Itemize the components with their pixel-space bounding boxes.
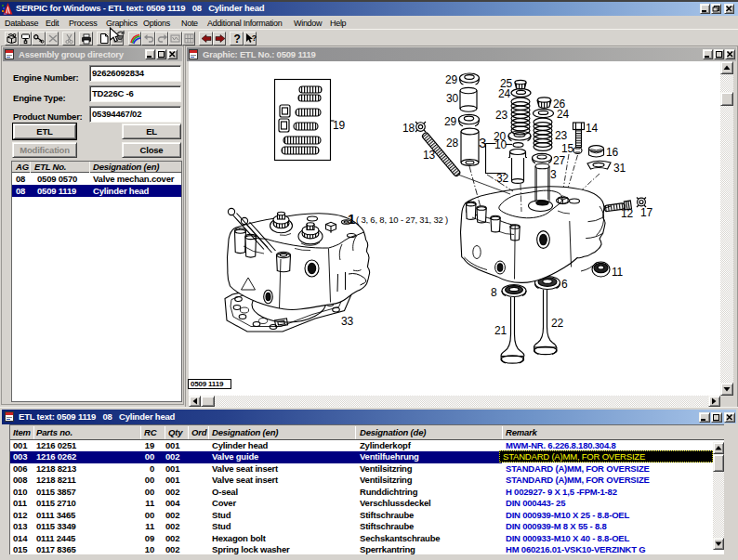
- svg-text:6: 6: [561, 278, 568, 291]
- svg-text:?: ?: [251, 33, 256, 43]
- svg-text:22: 22: [551, 317, 563, 330]
- svg-text:23: 23: [555, 129, 567, 142]
- svg-text:?: ?: [233, 33, 240, 45]
- svg-text:3: 3: [550, 168, 557, 181]
- svg-text:17: 17: [640, 206, 652, 219]
- svg-text:24: 24: [557, 108, 569, 121]
- svg-text:15: 15: [561, 142, 573, 155]
- svg-text:28: 28: [446, 137, 458, 150]
- svg-text:18: 18: [402, 122, 415, 135]
- svg-text:32: 32: [496, 172, 508, 185]
- svg-text:24: 24: [498, 87, 510, 100]
- svg-text:23: 23: [495, 109, 507, 122]
- svg-text:29: 29: [444, 115, 456, 128]
- svg-text:10: 10: [494, 138, 507, 151]
- svg-text:30: 30: [446, 92, 458, 105]
- svg-text:27: 27: [553, 154, 565, 167]
- svg-text:13: 13: [423, 149, 435, 162]
- svg-text:1: 1: [348, 211, 355, 227]
- svg-text:14: 14: [586, 122, 598, 135]
- svg-text:31: 31: [613, 162, 626, 175]
- svg-text:16: 16: [606, 146, 618, 159]
- svg-text:33: 33: [341, 315, 353, 328]
- svg-text:29: 29: [445, 73, 457, 86]
- svg-text:11: 11: [612, 266, 624, 279]
- svg-text:19: 19: [333, 119, 345, 132]
- svg-text:( 3, 6, 8, 10 - 27, 31, 32 ): ( 3, 6, 8, 10 - 27, 31, 32 ): [356, 215, 448, 225]
- svg-text:8: 8: [491, 286, 497, 299]
- svg-text:21: 21: [494, 324, 507, 337]
